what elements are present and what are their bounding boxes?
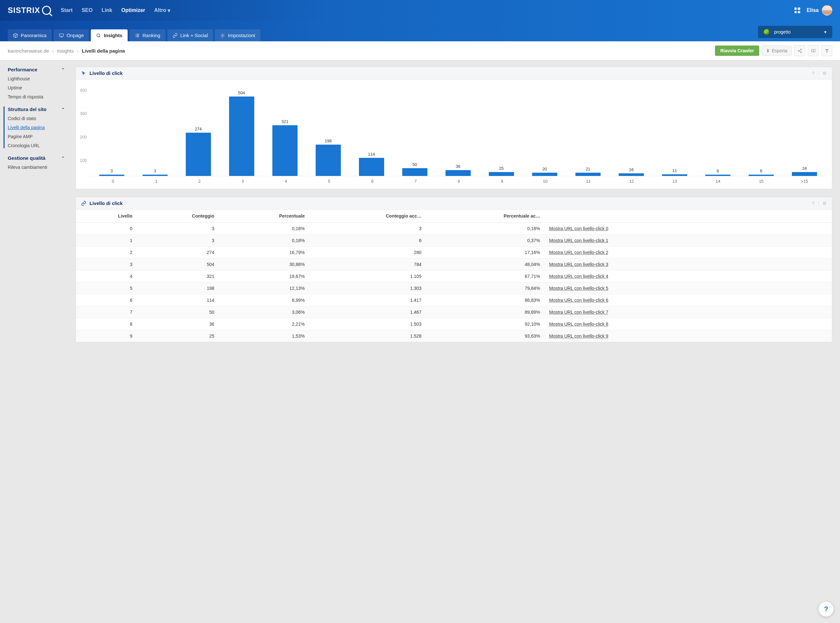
bar[interactable] [575, 173, 601, 176]
cell-acc_count: 1.528 [309, 330, 426, 342]
sidebar-section-header[interactable]: Performance⌃ [8, 67, 68, 72]
help-icon[interactable]: ? [812, 71, 814, 76]
cursor-icon [81, 71, 86, 76]
chevron-up-icon: ⌃ [62, 156, 65, 160]
gear-icon[interactable]: ⚙ [823, 71, 827, 76]
bar[interactable] [229, 97, 254, 176]
show-urls-link[interactable]: Mostra URL con livello-click 2 [549, 250, 608, 255]
sidebar-item[interactable]: Livelli della pagina [8, 125, 68, 130]
topnav-item-altro[interactable]: Altro▾ [154, 8, 170, 14]
topnav-item-optimizer[interactable]: Optimizer [122, 8, 145, 14]
sidebar-item[interactable]: Cronologia URL [8, 143, 68, 148]
export-button[interactable]: ⬇ Esporta [762, 46, 792, 56]
sidebar-item[interactable]: Pagine AMP [8, 134, 68, 139]
help-icon[interactable]: ? [812, 201, 814, 206]
tab-link-social[interactable]: Link + Social [167, 29, 213, 41]
bar-value-label: 11 [672, 168, 677, 173]
bar[interactable] [749, 175, 774, 176]
bar[interactable] [705, 175, 731, 176]
column-header[interactable]: Conteggio [137, 210, 219, 223]
sidebar-item[interactable]: Codici di stato [8, 116, 68, 121]
breadcrumb-domain[interactable]: kaninchenwiese.de [8, 48, 49, 54]
topnav-item-start[interactable]: Start [61, 8, 72, 14]
cell-acc_pct: 67,71% [426, 270, 545, 282]
cell-link: Mostra URL con livello-click 9 [545, 330, 832, 342]
gear-icon[interactable]: ⚙ [823, 201, 827, 206]
bar[interactable] [143, 175, 168, 176]
bar[interactable] [99, 175, 125, 176]
chart-body: 400300200100 332745043211981145036252021… [76, 80, 832, 189]
sidebar-item[interactable]: Uptime [8, 85, 68, 91]
x-tick: 11 [567, 176, 610, 184]
user-menu[interactable]: Elisa [807, 5, 832, 15]
show-urls-link[interactable]: Mostra URL con livello-click 1 [549, 238, 608, 243]
sidebar-section-header[interactable]: Struttura del sito⌃ [8, 106, 68, 112]
sidebar-item[interactable]: Tempo di risposta [8, 94, 68, 100]
shortcut-icon[interactable] [821, 45, 832, 56]
bar[interactable] [489, 172, 514, 176]
bar[interactable] [446, 170, 471, 176]
show-urls-link[interactable]: Mostra URL con livello-click 0 [549, 226, 608, 231]
topnav-item-link[interactable]: Link [102, 8, 112, 14]
show-urls-link[interactable]: Mostra URL con livello-click 4 [549, 274, 608, 279]
column-header[interactable]: Conteggio acc… [309, 210, 426, 223]
cell-pct: 0,18% [219, 235, 309, 247]
cell-link: Mostra URL con livello-click 3 [545, 259, 832, 270]
show-urls-link[interactable]: Mostra URL con livello-click 6 [549, 298, 608, 303]
brand-text: SISTRIX [8, 6, 40, 15]
column-header[interactable] [545, 210, 832, 223]
sidebar-item[interactable]: Rileva cambiamenti [8, 165, 68, 170]
column-header[interactable]: Percentuale ac… [426, 210, 545, 223]
bar-col: 36 [437, 86, 480, 176]
bar-value-label: 3 [154, 169, 156, 173]
cell-count: 321 [137, 270, 219, 282]
show-urls-link[interactable]: Mostra URL con livello-click 9 [549, 333, 608, 339]
column-header[interactable]: Percentuale [219, 210, 309, 223]
cell-link: Mostra URL con livello-click 5 [545, 282, 832, 295]
tab-ranking[interactable]: Ranking [129, 29, 165, 41]
bar-value-label: 114 [368, 152, 375, 157]
search-icon [96, 33, 101, 38]
restart-crawler-button[interactable]: Riavvia Crawler [715, 46, 759, 56]
bar-col: 274 [177, 86, 220, 176]
bar[interactable] [619, 173, 644, 176]
chevron-down-icon: ▾ [824, 29, 826, 35]
x-tick: 10 [524, 176, 567, 184]
bar[interactable] [662, 174, 687, 176]
share-icon[interactable] [794, 45, 805, 56]
tab-insights[interactable]: Insights [91, 29, 128, 41]
show-urls-link[interactable]: Mostra URL con livello-click 3 [549, 262, 608, 267]
show-urls-link[interactable]: Mostra URL con livello-click 7 [549, 310, 608, 315]
book-icon[interactable] [808, 45, 818, 56]
breadcrumb-current: Livelli della pagina [82, 48, 125, 54]
brand-logo[interactable]: SISTRIX [8, 6, 51, 15]
chart-card: Livello di click ? ⚙ 400300200100 332745… [75, 67, 832, 189]
cell-level: 6 [76, 295, 137, 306]
cell-acc_count: 280 [309, 247, 426, 259]
user-name: Elisa [807, 8, 818, 13]
sidebar-section-header[interactable]: Gestione qualità⌃ [8, 155, 68, 161]
cell-pct: 16,79% [219, 247, 309, 259]
chart-title: Livello di click [89, 71, 123, 76]
bar[interactable] [792, 172, 817, 176]
show-urls-link[interactable]: Mostra URL con livello-click 8 [549, 322, 608, 327]
show-urls-link[interactable]: Mostra URL con livello-click 5 [549, 286, 608, 291]
bar[interactable] [359, 158, 384, 176]
project-select[interactable]: progetto ▾ [758, 26, 832, 38]
bar[interactable] [272, 125, 298, 176]
bar[interactable] [186, 133, 211, 176]
bar[interactable] [532, 173, 557, 176]
breadcrumb-section[interactable]: Insights [57, 48, 74, 54]
main: Performance⌃LighthouseUptimeTempo di ris… [0, 60, 840, 349]
cell-acc_pct: 93,63% [426, 330, 545, 342]
bar[interactable] [315, 144, 341, 176]
tab-impostazioni[interactable]: Impostazioni [215, 29, 260, 41]
breadcrumb-row: kaninchenwiese.de › Insights › Livelli d… [0, 41, 840, 60]
bar[interactable] [402, 168, 428, 176]
apps-icon[interactable] [794, 8, 800, 13]
topnav-item-seo[interactable]: SEO [82, 8, 93, 14]
tab-panoramica[interactable]: Panoramica [8, 29, 52, 41]
column-header[interactable]: Livello [76, 210, 137, 223]
tab-onpage[interactable]: Onpage [54, 29, 89, 41]
sidebar-item[interactable]: Lighthouse [8, 76, 68, 81]
